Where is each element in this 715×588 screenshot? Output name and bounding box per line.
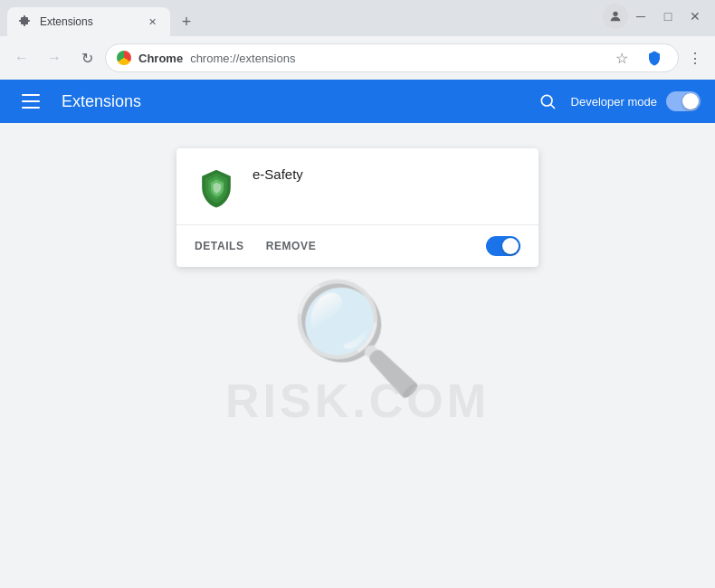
- title-bar: Extensions ✕ + ─ □ ✕: [0, 0, 715, 36]
- extensions-header: Extensions Developer mode: [0, 80, 715, 123]
- tab-strip: Extensions ✕ +: [7, 7, 603, 36]
- hamburger-line-1: [22, 94, 40, 96]
- back-button[interactable]: ←: [7, 43, 36, 72]
- toolbar: ← → ↻ Chrome chrome://extensions ☆ ⋮: [0, 36, 715, 80]
- extension-icon-container: [195, 166, 238, 210]
- watermark-magnifier-icon: 🔍: [290, 283, 425, 392]
- maximize-button[interactable]: □: [655, 4, 681, 29]
- bookmark-icon[interactable]: ☆: [609, 45, 634, 71]
- profile-icon: [608, 9, 623, 24]
- svg-point-0: [613, 12, 617, 16]
- address-bar[interactable]: Chrome chrome://extensions ☆: [105, 43, 679, 72]
- extension-card: e-Safety DETAILS REMOVE: [176, 148, 539, 267]
- watermark-text: RISK.COM: [225, 374, 490, 428]
- extension-toggle-knob: [502, 238, 519, 254]
- window-controls: ─ □ ✕: [628, 4, 708, 29]
- browser-window: Extensions ✕ + ─ □ ✕ ← → ↻: [0, 0, 715, 588]
- new-tab-button[interactable]: +: [174, 9, 199, 34]
- developer-mode-toggle-knob: [682, 93, 699, 109]
- minimize-button[interactable]: ─: [628, 4, 653, 29]
- extension-enable-toggle[interactable]: [486, 236, 520, 256]
- extension-actions: DETAILS REMOVE: [176, 225, 539, 267]
- hamburger-line-2: [22, 100, 40, 102]
- refresh-button[interactable]: ↻: [72, 43, 101, 72]
- search-icon: [539, 92, 557, 110]
- address-path: chrome://extensions: [190, 52, 295, 65]
- back-icon: ←: [14, 50, 29, 66]
- tab-close-button[interactable]: ✕: [145, 14, 159, 29]
- remove-button[interactable]: REMOVE: [266, 232, 317, 260]
- forward-button[interactable]: →: [40, 43, 69, 72]
- esafety-shield-icon: [196, 168, 236, 208]
- extensions-tab-icon: [18, 14, 33, 29]
- svg-line-2: [550, 105, 554, 109]
- refresh-icon: ↻: [81, 50, 93, 67]
- chrome-logo-icon: [117, 51, 131, 65]
- security-shield-icon[interactable]: [642, 45, 667, 71]
- developer-mode-label: Developer mode: [571, 95, 657, 109]
- toolbar-right: ⋮: [682, 45, 708, 71]
- developer-mode-toggle[interactable]: [666, 91, 701, 111]
- page-title: Extensions: [62, 92, 533, 111]
- hamburger-line-3: [22, 107, 40, 109]
- tab-title: Extensions: [40, 15, 138, 28]
- hamburger-menu-button[interactable]: [14, 85, 47, 118]
- details-button[interactable]: DETAILS: [195, 232, 244, 260]
- profile-button[interactable]: [603, 4, 628, 29]
- active-tab[interactable]: Extensions ✕: [7, 7, 170, 36]
- extension-details: e-Safety: [253, 166, 520, 185]
- extension-name: e-Safety: [253, 166, 520, 182]
- address-origin: Chrome: [138, 52, 183, 65]
- main-content: 🔍 RISK.COM e-Safety: [0, 123, 715, 588]
- search-button[interactable]: [533, 87, 562, 116]
- extension-info: e-Safety: [176, 148, 539, 224]
- chrome-menu-button[interactable]: ⋮: [682, 45, 708, 71]
- forward-icon: →: [47, 50, 62, 66]
- close-button[interactable]: ✕: [682, 4, 708, 29]
